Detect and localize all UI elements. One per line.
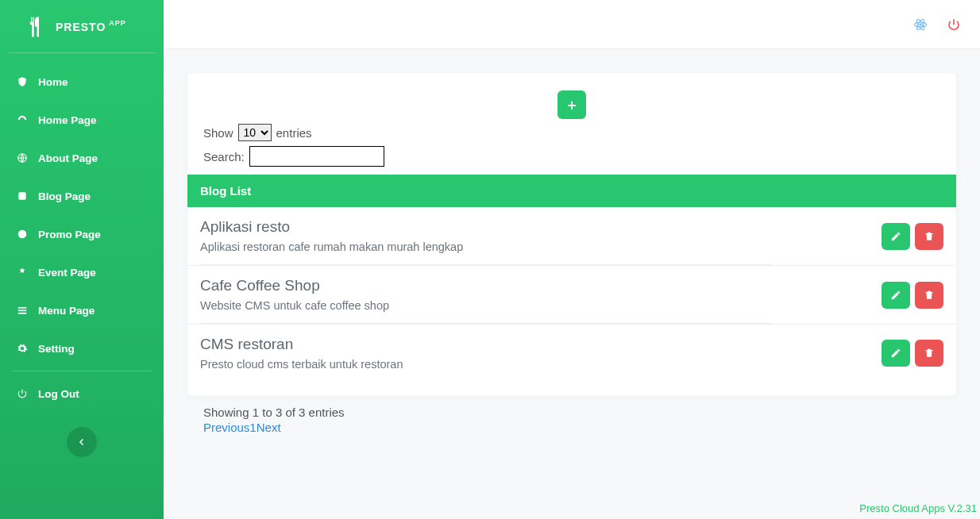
datatable-controls: Show 10 entries Search: — [187, 124, 956, 167]
delete-button[interactable] — [915, 340, 943, 367]
sidebar-item-blog-page[interactable]: Blog Page — [0, 177, 164, 215]
list-item: CMS restoran Presto cloud cms terbaik un… — [187, 325, 956, 382]
fork-knife-icon — [22, 14, 48, 40]
sidebar-item-menu-page[interactable]: Menu Page — [0, 291, 164, 329]
add-button[interactable]: ＋ — [558, 90, 586, 119]
list-header: Blog List — [187, 175, 956, 207]
paginate-previous[interactable]: Previous — [203, 421, 249, 434]
chevron-left-icon — [77, 437, 87, 447]
footer-version: Presto Cloud Apps V.2.31 — [859, 502, 977, 514]
edit-button[interactable] — [882, 340, 910, 367]
sidebar-item-logout[interactable]: Log Out — [0, 375, 164, 413]
pencil-icon — [890, 348, 901, 359]
sidebar-item-home-page[interactable]: Home Page — [0, 101, 164, 139]
svg-rect-3 — [18, 307, 27, 309]
trash-icon — [924, 231, 935, 242]
datatable-paginate: Previous1Next — [187, 419, 956, 434]
sidebar-collapse-button[interactable] — [67, 427, 97, 457]
add-row: ＋ — [187, 84, 956, 124]
list-item-subtitle: Website CMS untuk cafe coffee shop — [200, 299, 772, 312]
sidebar-item-label: Menu Page — [38, 305, 95, 317]
pencil-icon — [890, 231, 901, 242]
list-item-actions — [882, 340, 943, 367]
list-item: Aplikasi resto Aplikasi restoran cafe ru… — [187, 207, 956, 266]
search-label: Search: — [203, 150, 245, 163]
list-item-subtitle: Aplikasi restoran cafe rumah makan murah… — [200, 240, 772, 253]
list-item-text: Cafe Coffee Shop Website CMS untuk cafe … — [200, 277, 772, 324]
event-icon — [16, 266, 29, 279]
sidebar-item-label: Home Page — [38, 114, 97, 126]
list-item: Cafe Coffee Shop Website CMS untuk cafe … — [187, 266, 956, 325]
svg-rect-4 — [18, 309, 27, 311]
sidebar-item-about-page[interactable]: About Page — [0, 139, 164, 177]
trash-icon — [924, 348, 935, 359]
pencil-icon — [890, 290, 901, 301]
list-item-title: CMS restoran — [200, 336, 772, 353]
svg-rect-1 — [18, 192, 25, 199]
sidebar-nav: Home Home Page About Page Blog Page Prom… — [0, 60, 164, 460]
sidebar-item-label: Setting — [38, 343, 75, 355]
trash-icon — [924, 290, 935, 301]
brand[interactable]: PRESTO APP — [8, 0, 156, 53]
blog-icon — [16, 190, 29, 202]
svg-point-9 — [920, 23, 921, 25]
search-control: Search: — [203, 146, 940, 167]
brand-name: PRESTO — [56, 21, 106, 33]
list-header-label: Blog List — [200, 184, 251, 198]
sidebar-item-home[interactable]: Home — [0, 63, 164, 101]
menu-icon — [16, 304, 29, 317]
svg-point-2 — [18, 230, 27, 239]
promo-icon — [16, 228, 29, 240]
list-item-title: Aplikasi resto — [200, 218, 772, 236]
blog-card: ＋ Show 10 entries Search: Blog List Ap — [187, 73, 956, 396]
power-icon[interactable] — [947, 17, 961, 32]
sidebar-item-setting[interactable]: Setting — [0, 329, 164, 367]
sidebar-separator — [13, 371, 151, 371]
brand-suffix: APP — [109, 19, 126, 27]
list-item-text: CMS restoran Presto cloud cms terbaik un… — [200, 336, 772, 382]
edit-button[interactable] — [882, 223, 910, 250]
length-select[interactable]: 10 — [238, 124, 272, 141]
sidebar-item-label: Home — [38, 76, 68, 88]
gear-icon — [16, 342, 29, 355]
sidebar-item-event-page[interactable]: Event Page — [0, 253, 164, 291]
show-label-pre: Show — [203, 126, 233, 140]
svg-rect-5 — [18, 313, 27, 314]
topbar — [164, 0, 980, 49]
dashboard-icon — [16, 113, 29, 126]
plus-icon: ＋ — [565, 95, 579, 114]
delete-button[interactable] — [915, 223, 943, 250]
datatable-info: Showing 1 to 3 of 3 entries — [187, 396, 956, 419]
search-input[interactable] — [249, 146, 384, 167]
sidebar-item-label: Event Page — [38, 267, 96, 279]
main-content: ＋ Show 10 entries Search: Blog List Ap — [164, 49, 980, 519]
list-item-actions — [882, 223, 943, 250]
atom-icon[interactable] — [913, 17, 928, 32]
edit-button[interactable] — [882, 282, 910, 309]
globe-icon — [16, 152, 29, 164]
power-icon — [16, 387, 29, 400]
paginate-next[interactable]: Next — [257, 421, 281, 434]
list-item-subtitle: Presto cloud cms terbaik untuk restoran — [200, 358, 772, 371]
length-control: Show 10 entries — [203, 124, 940, 141]
delete-button[interactable] — [915, 282, 943, 309]
brand-text: PRESTO APP — [56, 21, 126, 33]
sidebar: PRESTO APP Home Home Page About Page Blo… — [0, 0, 164, 519]
paginate-page-1[interactable]: 1 — [249, 421, 256, 434]
list-item-actions — [882, 282, 943, 309]
list-item-title: Cafe Coffee Shop — [200, 277, 772, 294]
shield-icon — [16, 75, 29, 88]
list-body: Aplikasi resto Aplikasi restoran cafe ru… — [187, 207, 956, 382]
sidebar-item-label: About Page — [38, 152, 98, 164]
sidebar-item-label: Promo Page — [38, 229, 101, 240]
list-item-text: Aplikasi resto Aplikasi restoran cafe ru… — [200, 218, 772, 265]
sidebar-item-label: Blog Page — [38, 190, 91, 202]
sidebar-item-label: Log Out — [38, 388, 79, 400]
show-label-post: entries — [276, 126, 312, 140]
sidebar-item-promo-page[interactable]: Promo Page — [0, 215, 164, 253]
